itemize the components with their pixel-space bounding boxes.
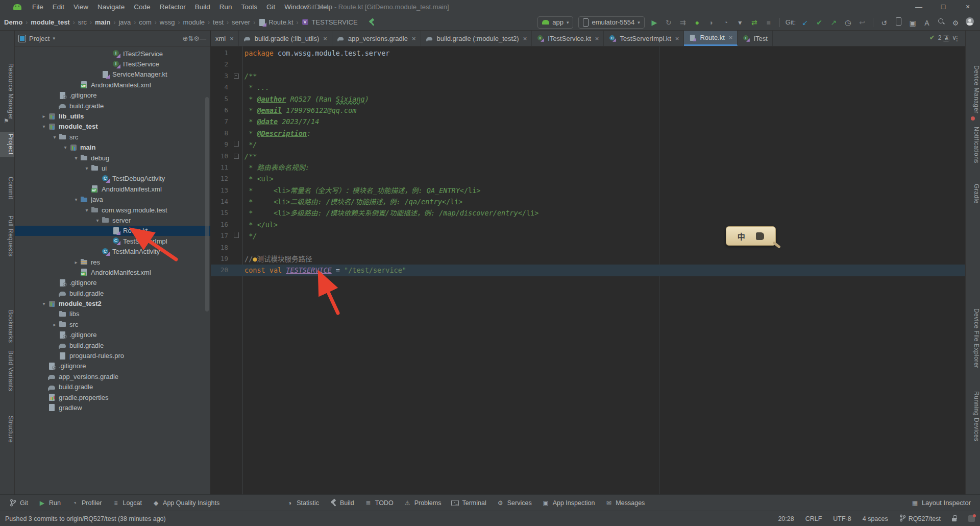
tool-stripe-running-devices[interactable]: Running Devices (966, 389, 980, 443)
breadcrumb-wssg[interactable]: wssg (159, 18, 176, 26)
tab-app-versions-gradle[interactable]: app_versions.gradle× (332, 31, 421, 46)
menu-refactor[interactable]: Refactor (155, 3, 190, 11)
menu-git[interactable]: Git (262, 3, 280, 11)
code-line-8[interactable]: 8 * @Description: (211, 128, 966, 139)
code-line-9[interactable]: 9 */ (211, 139, 966, 150)
profile-avatar-icon[interactable] (964, 16, 976, 27)
line-number[interactable]: 20 (211, 265, 231, 276)
line-number[interactable]: 15 (211, 207, 231, 219)
code-line-19[interactable]: 19//●测试模块服务路径 (211, 253, 966, 265)
apply-changes-icon[interactable]: ⇉ (677, 17, 689, 28)
settings-icon[interactable]: ⚙ (949, 17, 962, 29)
tree-item-src[interactable]: ▸src (14, 319, 210, 329)
tab-route-kt[interactable]: Route.kt× (684, 31, 738, 46)
menu-view[interactable]: View (69, 3, 93, 11)
tree-item-testmainactivity[interactable]: TestMainActivity (14, 246, 210, 256)
tree-item-libs[interactable]: libs (14, 309, 210, 319)
chevron-down-icon[interactable]: ▾ (53, 36, 55, 41)
run-icon[interactable]: ▶ (648, 17, 660, 28)
line-number[interactable]: 13 (211, 185, 231, 196)
code-line-12[interactable]: 12 * <ul> (211, 173, 966, 184)
code-line-7[interactable]: 7 * @date 2023/7/14 (211, 116, 966, 127)
tab-xml[interactable]: xml× (211, 31, 239, 46)
chevron-expanded-icon[interactable]: ▾ (51, 134, 59, 140)
line-number[interactable]: 4 (211, 82, 231, 93)
line-number[interactable]: 14 (211, 196, 231, 207)
menu-edit[interactable]: Edit (48, 3, 69, 11)
tool-stripe-build-variants[interactable]: Build Variants (0, 348, 14, 393)
indent-style[interactable]: 4 spaces (863, 515, 888, 522)
tab-build-gradle-lib-utils[interactable]: build.gradle (:lib_utils)× (239, 31, 332, 46)
line-number[interactable]: 8 (211, 128, 231, 139)
collapse-all-icon[interactable]: ⇅ (188, 35, 193, 42)
line-number[interactable]: 19 (211, 253, 231, 265)
menu-run[interactable]: Run (215, 3, 237, 11)
tree-item-testdebugactivity[interactable]: TestDebugActivity (14, 174, 210, 184)
tree-item-testserverimpl[interactable]: TestServerImpl (14, 236, 210, 246)
bookmark-icon[interactable]: ⚑ (4, 117, 9, 125)
tool-stripe-commit[interactable]: Commit (0, 175, 14, 201)
tree-item-app-versions-gradle[interactable]: app_versions.gradle (14, 371, 210, 381)
tree-item-proguard-rules-pro[interactable]: proguard-rules.pro (14, 350, 210, 361)
toolwindow-button-git[interactable]: Git (4, 495, 33, 511)
virtual-device-icon[interactable]: ▣ (906, 17, 919, 29)
close-button[interactable]: × (955, 0, 980, 14)
fold-marker-icon[interactable] (231, 70, 242, 82)
tree-item-build-gradle[interactable]: build.gradle (14, 382, 210, 392)
tree-item-itestservice[interactable]: ITestService (14, 59, 210, 69)
code-line-16[interactable]: 16 * </ul> (211, 219, 966, 230)
project-panel-title[interactable]: Project (29, 35, 50, 42)
toolwindow-button-logcat[interactable]: ≡Logcat (107, 495, 148, 511)
line-number[interactable]: 7 (211, 116, 231, 127)
toolwindow-button-build[interactable]: Build (324, 495, 359, 511)
code-line-6[interactable]: 6 * @email 1799796122@qq.com (211, 105, 966, 116)
tree-scrollbar[interactable] (205, 97, 209, 312)
history-icon[interactable]: ◷ (842, 17, 854, 28)
toolwindow-button-statistic[interactable]: ◑Statistic (281, 495, 324, 511)
tool-stripe-structure[interactable]: Structure (0, 414, 14, 445)
tree-item-itest2service[interactable]: ITest2Service (14, 49, 210, 59)
menu-tools[interactable]: Tools (236, 3, 262, 11)
hide-panel-icon[interactable]: — (200, 35, 206, 42)
tree-item-servicemanager-kt[interactable]: ServiceManager.kt (14, 69, 210, 80)
tree-item-build-gradle[interactable]: build.gradle (14, 101, 210, 111)
tree-item-gitignore[interactable]: .gitignore (14, 330, 210, 340)
tree-item-gitignore[interactable]: .gitignore (14, 90, 210, 101)
profiler-icon[interactable]: ◔ (720, 17, 732, 28)
breadcrumb-route-kt[interactable]: Route.kt (257, 18, 294, 27)
run-configuration-select[interactable]: app ▾ (537, 16, 573, 29)
tree-item-build-gradle[interactable]: build.gradle (14, 288, 210, 298)
tool-stripe-gradle[interactable]: Gradle (966, 182, 980, 206)
chevron-collapsed-icon[interactable]: ▸ (72, 259, 80, 265)
code-line-2[interactable]: 2 (211, 59, 966, 70)
breadcrumb-com[interactable]: com (138, 18, 153, 26)
close-icon[interactable]: × (729, 34, 733, 41)
device-manager-icon[interactable] (892, 16, 904, 27)
attach-debugger-icon[interactable]: ◗ (705, 17, 718, 28)
minimize-button[interactable]: — (906, 0, 931, 14)
line-number[interactable]: 11 (211, 162, 231, 173)
line-number[interactable]: 9 (211, 139, 231, 150)
breadcrumb-module[interactable]: module (182, 18, 206, 26)
menu-code[interactable]: Code (129, 3, 155, 11)
search-everywhere-icon[interactable] (935, 16, 947, 27)
chevron-expanded-icon[interactable]: ▾ (83, 165, 91, 171)
code-line-10[interactable]: 10/** (211, 151, 966, 162)
toolwindow-button-app-inspection[interactable]: ▣App Inspection (537, 495, 600, 511)
tree-item-debug[interactable]: ▾debug (14, 153, 210, 163)
ime-widget[interactable]: 中 (726, 226, 776, 246)
chevron-expanded-icon[interactable]: ▾ (83, 207, 91, 213)
close-icon[interactable]: × (595, 35, 599, 42)
tree-item-gradle-properties[interactable]: gradle.properties (14, 392, 210, 402)
toolwindow-button-todo[interactable]: ≣TODO (359, 495, 399, 511)
tool-stripe-pull-requests[interactable]: Pull Requests (0, 213, 14, 259)
tree-item-ui[interactable]: ▾ui (14, 163, 210, 173)
tree-item-src[interactable]: ▾src (14, 132, 210, 142)
tool-stripe-resource-manager[interactable]: Resource Manager (0, 61, 14, 122)
tree-item-server[interactable]: ▾server (14, 215, 210, 225)
commit-icon[interactable]: ✔ (813, 17, 825, 28)
tool-stripe-project[interactable]: Project (0, 132, 14, 157)
stop-icon[interactable]: ■ (763, 17, 775, 28)
tool-stripe-bookmarks[interactable]: Bookmarks (0, 308, 14, 345)
close-icon[interactable]: × (675, 35, 679, 42)
